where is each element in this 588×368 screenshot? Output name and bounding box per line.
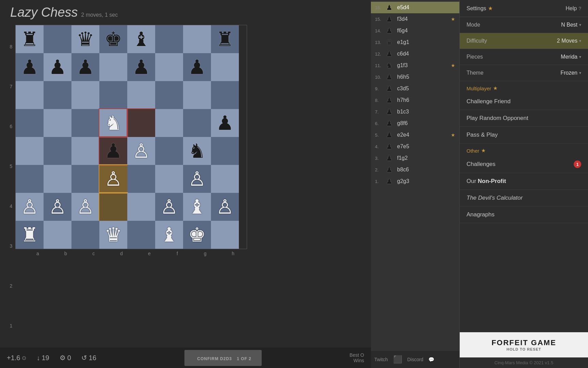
chess-square[interactable] — [44, 137, 71, 165]
move-row[interactable]: 12. ♟ c6d4 — [371, 48, 459, 60]
chess-square[interactable] — [16, 81, 44, 109]
move-row[interactable]: 13. ♛ e1g1 — [371, 36, 459, 48]
settings-link[interactable]: Settings ★ — [467, 5, 493, 12]
devils-calculator-item[interactable]: The Devil's Calculator — [460, 190, 588, 206]
chess-square[interactable]: ♟ — [16, 53, 44, 81]
chess-square[interactable] — [71, 137, 99, 165]
chess-square[interactable] — [155, 25, 183, 53]
chess-square[interactable] — [44, 81, 71, 109]
move-row-current[interactable]: 16. ♟ e5d4 — [371, 2, 459, 13]
move-row[interactable]: 2. ♟ b8c6 — [371, 164, 459, 175]
non-profit-item[interactable]: Our Non-Profit — [460, 173, 588, 190]
chess-square[interactable]: ♟ — [99, 137, 127, 165]
chess-square[interactable] — [155, 53, 183, 81]
chess-square[interactable] — [127, 221, 155, 249]
play-random-item[interactable]: Play Random Opponent — [460, 110, 588, 127]
chess-square[interactable]: ♟ — [71, 53, 99, 81]
chess-square[interactable]: ♙ — [183, 165, 211, 193]
chess-square[interactable]: ♟ — [211, 109, 239, 137]
forfeit-button[interactable]: FORFEIT GAME HOLD TO RESET — [460, 332, 588, 357]
move-row[interactable]: 11. ♞ g1f3 ★ — [371, 60, 459, 71]
chess-square[interactable]: ♙ — [44, 193, 71, 221]
move-row[interactable]: 6. ♟ g8f6 — [371, 118, 459, 129]
chess-square[interactable]: ♙ — [16, 193, 44, 221]
chess-square[interactable] — [155, 81, 183, 109]
chess-square[interactable] — [155, 109, 183, 137]
move-list[interactable]: 16. ♟ e5d4 15. ♟ f3d4 ★ 14. ♟ f6g4 13. ♛… — [371, 0, 459, 351]
anagraphs-item[interactable]: Anagraphs — [460, 206, 588, 223]
chess-square[interactable] — [71, 221, 99, 249]
chess-square[interactable] — [127, 165, 155, 193]
chess-square[interactable]: ♙ — [211, 193, 239, 221]
chess-square[interactable] — [155, 165, 183, 193]
move-row[interactable]: 15. ♟ f3d4 ★ — [371, 13, 459, 25]
chess-square[interactable]: ♜ — [16, 221, 44, 249]
chess-square[interactable]: ♛ — [99, 221, 127, 249]
chess-square[interactable] — [183, 25, 211, 53]
chess-square[interactable] — [44, 25, 71, 53]
stats: +1.6 ⊙ ↓ 19 ⚙ 0 ↺ 16 — [7, 354, 96, 362]
twitch-icon[interactable]: ⬛ — [393, 355, 402, 364]
chess-board[interactable]: ♜ ♛ ♚ ♝ ♜ ♟ ♟ ♟ ♟ ♟ — [15, 25, 247, 249]
chess-square[interactable]: ♜ — [16, 25, 44, 53]
chess-square-selected[interactable]: ♙ — [99, 165, 127, 193]
theme-row[interactable]: Theme Frozen ▾ — [460, 65, 588, 81]
move-row[interactable]: 5. ♟ e2e4 ★ — [371, 129, 459, 141]
chess-square[interactable] — [211, 137, 239, 165]
chess-square[interactable]: ♜ — [211, 25, 239, 53]
chess-square[interactable] — [127, 193, 155, 221]
chess-square[interactable] — [99, 53, 127, 81]
move-row[interactable]: 9. ♟ c3d5 — [371, 83, 459, 94]
chess-square[interactable]: ♟ — [183, 53, 211, 81]
chess-square[interactable]: ♟ — [127, 53, 155, 81]
chess-square[interactable] — [44, 165, 71, 193]
move-row[interactable]: 14. ♟ f6g4 — [371, 25, 459, 36]
chess-square[interactable] — [211, 81, 239, 109]
chess-square[interactable] — [16, 137, 44, 165]
chess-square[interactable] — [16, 165, 44, 193]
chess-square[interactable] — [211, 53, 239, 81]
chess-square[interactable] — [16, 109, 44, 137]
chess-square[interactable] — [211, 221, 239, 249]
pass-play-item[interactable]: Pass & Play — [460, 127, 588, 143]
chess-square[interactable]: ♝ — [127, 25, 155, 53]
chess-square[interactable]: ♚ — [99, 25, 127, 53]
move-row[interactable]: 10. ♟ h6h5 — [371, 71, 459, 83]
chess-square[interactable]: ♙ — [71, 193, 99, 221]
chess-square[interactable] — [44, 221, 71, 249]
chess-square[interactable] — [211, 165, 239, 193]
challenges-item[interactable]: Challenges 1 — [460, 156, 588, 173]
help-link[interactable]: Help ? — [566, 5, 581, 12]
chess-square[interactable] — [71, 81, 99, 109]
chess-square[interactable] — [44, 109, 71, 137]
chess-square[interactable]: ♞ — [183, 137, 211, 165]
chess-square[interactable] — [155, 137, 183, 165]
difficulty-row[interactable]: Difficulty 2 Moves ▾ — [460, 33, 588, 49]
discord-icon[interactable]: 💬 — [428, 357, 434, 362]
chess-square[interactable] — [71, 165, 99, 193]
challenge-friend-item[interactable]: Challenge Friend — [460, 93, 588, 110]
chess-square[interactable]: ♛ — [71, 25, 99, 53]
chess-square[interactable] — [183, 81, 211, 109]
chess-square[interactable]: ♟ — [44, 53, 71, 81]
confirm-button[interactable]: CONFIRM D2D3 1 OF 2 — [184, 350, 262, 366]
chess-square[interactable] — [99, 81, 127, 109]
chess-square[interactable]: ♞ — [99, 109, 127, 137]
chess-square[interactable]: ♝ — [155, 221, 183, 249]
chess-square[interactable] — [183, 109, 211, 137]
chess-square[interactable] — [127, 109, 155, 137]
move-row[interactable]: 3. ♟ f1g2 — [371, 152, 459, 164]
chess-square[interactable]: ♝ — [183, 193, 211, 221]
move-row[interactable]: 7. ♟ b1c3 — [371, 106, 459, 118]
move-row[interactable]: 1. ♟ g2g3 — [371, 175, 459, 187]
chess-square[interactable] — [71, 109, 99, 137]
pieces-row[interactable]: Pieces Merida ▾ — [460, 49, 588, 65]
chess-square[interactable]: ♙ — [127, 137, 155, 165]
mode-row[interactable]: Mode N Best ▾ — [460, 17, 588, 33]
move-row[interactable]: 8. ♟ h7h6 — [371, 94, 459, 106]
chess-square[interactable]: ♙ — [155, 193, 183, 221]
chess-square[interactable] — [127, 81, 155, 109]
chess-square[interactable]: ♚ — [183, 221, 211, 249]
chess-square-highlighted[interactable] — [99, 193, 127, 221]
move-row[interactable]: 4. ♟ e7e5 — [371, 141, 459, 152]
